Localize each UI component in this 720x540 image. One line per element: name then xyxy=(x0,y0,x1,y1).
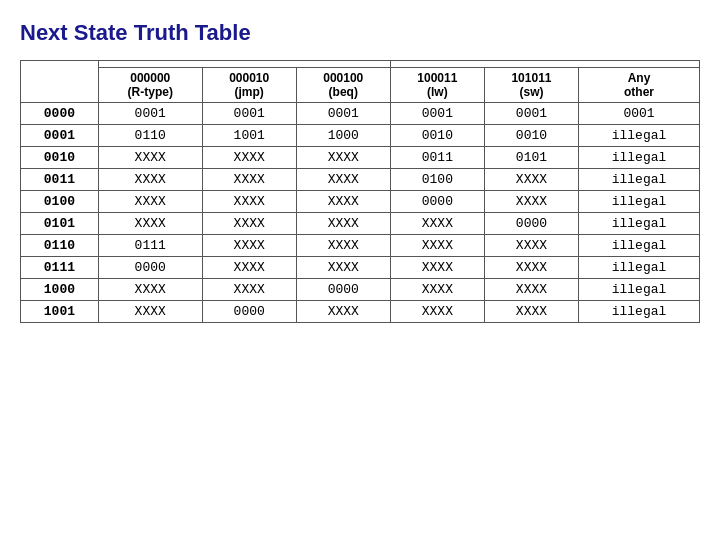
data-cell-r6-c3: XXXX xyxy=(390,235,484,257)
data-cell-r3-c5: illegal xyxy=(579,169,700,191)
data-cell-r7-c4: XXXX xyxy=(484,257,578,279)
data-cell-r2-c5: illegal xyxy=(579,147,700,169)
data-cell-r9-c0: XXXX xyxy=(98,301,202,323)
inst-header xyxy=(98,61,390,68)
data-cell-r6-c5: illegal xyxy=(579,235,700,257)
data-cell-r7-c1: XXXX xyxy=(202,257,296,279)
data-cell-r8-c4: XXXX xyxy=(484,279,578,301)
data-cell-r8-c5: illegal xyxy=(579,279,700,301)
truth-table: 000000(R-type)000010(jmp)000100(beq)1000… xyxy=(20,60,700,323)
page-title: Next State Truth Table xyxy=(20,20,700,46)
data-cell-r4-c0: XXXX xyxy=(98,191,202,213)
data-cell-r4-c2: XXXX xyxy=(296,191,390,213)
data-cell-r5-c2: XXXX xyxy=(296,213,390,235)
data-cell-r0-c0: 0001 xyxy=(98,103,202,125)
data-cell-r1-c1: 1001 xyxy=(202,125,296,147)
data-cell-r4-c1: XXXX xyxy=(202,191,296,213)
data-cell-r3-c4: XXXX xyxy=(484,169,578,191)
data-cell-r3-c3: 0100 xyxy=(390,169,484,191)
table-row: 0101XXXXXXXXXXXXXXXX0000illegal xyxy=(21,213,700,235)
data-cell-r4-c3: 0000 xyxy=(390,191,484,213)
data-cell-r0-c2: 0001 xyxy=(296,103,390,125)
data-cell-r2-c1: XXXX xyxy=(202,147,296,169)
table-row: 0010XXXXXXXXXXXX00110101illegal xyxy=(21,147,700,169)
col-subheader-row: 000000(R-type)000010(jmp)000100(beq)1000… xyxy=(21,68,700,103)
table-row: 01100111XXXXXXXXXXXXXXXXillegal xyxy=(21,235,700,257)
data-cell-r1-c5: illegal xyxy=(579,125,700,147)
col-header-0: 000000(R-type) xyxy=(98,68,202,103)
data-cell-r2-c0: XXXX xyxy=(98,147,202,169)
table-row: 1001XXXX0000XXXXXXXXXXXXillegal xyxy=(21,301,700,323)
data-cell-r6-c1: XXXX xyxy=(202,235,296,257)
data-cell-r6-c0: 0111 xyxy=(98,235,202,257)
data-cell-r0-c3: 0001 xyxy=(390,103,484,125)
table-row: 01110000XXXXXXXXXXXXXXXXillegal xyxy=(21,257,700,279)
data-cell-r1-c2: 1000 xyxy=(296,125,390,147)
col-header-1: 000010(jmp) xyxy=(202,68,296,103)
state-cell-8: 1000 xyxy=(21,279,99,301)
data-cell-r0-c1: 0001 xyxy=(202,103,296,125)
state-cell-6: 0110 xyxy=(21,235,99,257)
state-cell-4: 0100 xyxy=(21,191,99,213)
data-cell-r5-c3: XXXX xyxy=(390,213,484,235)
data-cell-r6-c2: XXXX xyxy=(296,235,390,257)
top-header-row xyxy=(21,61,700,68)
data-cell-r5-c0: XXXX xyxy=(98,213,202,235)
data-cell-r7-c3: XXXX xyxy=(390,257,484,279)
data-cell-r1-c3: 0010 xyxy=(390,125,484,147)
table-row: 0100XXXXXXXXXXXX0000XXXXillegal xyxy=(21,191,700,213)
state-cell-1: 0001 xyxy=(21,125,99,147)
data-cell-r3-c2: XXXX xyxy=(296,169,390,191)
col-header-3: 100011(lw) xyxy=(390,68,484,103)
data-cell-r3-c1: XXXX xyxy=(202,169,296,191)
op-header xyxy=(390,61,699,68)
data-cell-r2-c4: 0101 xyxy=(484,147,578,169)
data-cell-r7-c5: illegal xyxy=(579,257,700,279)
table-row: 1000XXXXXXXX0000XXXXXXXXillegal xyxy=(21,279,700,301)
data-cell-r2-c2: XXXX xyxy=(296,147,390,169)
data-cell-r9-c3: XXXX xyxy=(390,301,484,323)
state-cell-5: 0101 xyxy=(21,213,99,235)
data-cell-r8-c3: XXXX xyxy=(390,279,484,301)
data-cell-r8-c1: XXXX xyxy=(202,279,296,301)
table-row: 0011XXXXXXXXXXXX0100XXXXillegal xyxy=(21,169,700,191)
data-cell-r0-c5: 0001 xyxy=(579,103,700,125)
state-cell-3: 0011 xyxy=(21,169,99,191)
data-cell-r9-c4: XXXX xyxy=(484,301,578,323)
data-cell-r7-c0: 0000 xyxy=(98,257,202,279)
data-cell-r4-c5: illegal xyxy=(579,191,700,213)
data-cell-r0-c4: 0001 xyxy=(484,103,578,125)
data-cell-r6-c4: XXXX xyxy=(484,235,578,257)
col-header-4: 101011(sw) xyxy=(484,68,578,103)
data-cell-r1-c4: 0010 xyxy=(484,125,578,147)
data-cell-r9-c5: illegal xyxy=(579,301,700,323)
data-cell-r5-c4: 0000 xyxy=(484,213,578,235)
data-cell-r5-c5: illegal xyxy=(579,213,700,235)
col-header-5: Anyother xyxy=(579,68,700,103)
data-cell-r7-c2: XXXX xyxy=(296,257,390,279)
state-cell-7: 0111 xyxy=(21,257,99,279)
col-header-2: 000100(beq) xyxy=(296,68,390,103)
data-cell-r9-c2: XXXX xyxy=(296,301,390,323)
data-cell-r8-c0: XXXX xyxy=(98,279,202,301)
data-cell-r9-c1: 0000 xyxy=(202,301,296,323)
table-row: 0000000100010001000100010001 xyxy=(21,103,700,125)
state-cell-9: 1001 xyxy=(21,301,99,323)
table-row: 000101101001100000100010illegal xyxy=(21,125,700,147)
data-cell-r1-c0: 0110 xyxy=(98,125,202,147)
state-cell-0: 0000 xyxy=(21,103,99,125)
data-cell-r2-c3: 0011 xyxy=(390,147,484,169)
data-cell-r5-c1: XXXX xyxy=(202,213,296,235)
data-cell-r4-c4: XXXX xyxy=(484,191,578,213)
data-cell-r3-c0: XXXX xyxy=(98,169,202,191)
current-state-header xyxy=(21,61,99,103)
state-cell-2: 0010 xyxy=(21,147,99,169)
data-cell-r8-c2: 0000 xyxy=(296,279,390,301)
